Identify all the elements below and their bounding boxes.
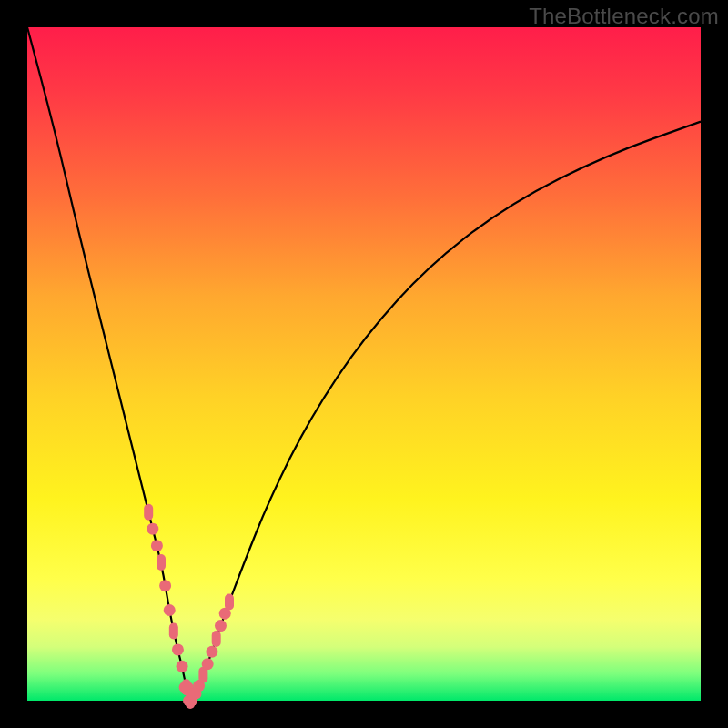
- bead-dot: [202, 658, 214, 670]
- bead-dot: [172, 643, 184, 655]
- bead-dot: [206, 646, 217, 658]
- bead-dot: [164, 604, 176, 616]
- curve-svg: [27, 27, 701, 701]
- plot-area: [27, 27, 701, 701]
- bead-capsule: [212, 631, 221, 647]
- bead-dot: [151, 540, 163, 551]
- bead-bottom: [187, 689, 202, 700]
- bottleneck-curve: [27, 27, 701, 697]
- bead-capsule: [144, 504, 153, 521]
- chart-frame: TheBottleneck.com: [0, 0, 728, 728]
- bead-capsule: [157, 554, 166, 571]
- bead-capsule: [225, 593, 234, 610]
- bead-capsule: [169, 623, 178, 640]
- bead-dot: [177, 661, 188, 672]
- bead-dot: [215, 620, 227, 632]
- watermark-label: TheBottleneck.com: [529, 4, 719, 29]
- bead-dot: [147, 523, 158, 535]
- bead-cluster: [144, 504, 234, 709]
- bead-dot: [159, 580, 171, 592]
